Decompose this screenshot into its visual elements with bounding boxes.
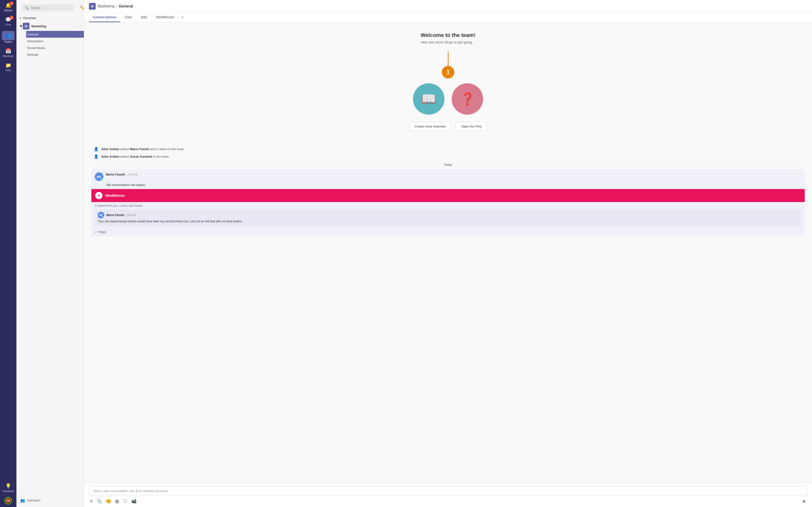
video-icon[interactable]: 📹 — [131, 499, 137, 504]
add-tab-icon[interactable]: + — [179, 13, 186, 22]
feedback-icon: 💡 — [5, 483, 11, 489]
nested-avatar-initials: MF — [99, 214, 103, 217]
mindmeister-name: MindMeister — [105, 193, 125, 198]
attach-icon[interactable]: 📎 — [97, 499, 102, 504]
left-navigation: 1 🔔 Activity 1 💬 Chat 👥 Teams 📅 Meetings… — [0, 0, 16, 507]
faq-emoji: ❓ — [460, 92, 475, 106]
nav-item-feedback[interactable]: 💡 Feedback — [0, 481, 16, 495]
nested-time: 2:05 PM — [126, 214, 136, 217]
gif-icon[interactable]: ▦ — [115, 499, 119, 504]
reply-button[interactable]: ↩ Reply — [91, 228, 805, 237]
nav-item-files[interactable]: 📁 Files — [0, 60, 16, 74]
channel-header-avatar: M — [89, 3, 96, 10]
welcome-card-faq: ❓ — [452, 83, 483, 115]
timeline-step-number: 1 — [442, 66, 454, 78]
message-online-dot — [101, 178, 103, 181]
message-body-1: Tab conversation has begun. — [91, 183, 805, 189]
nested-avatar: MF — [98, 212, 104, 219]
team-header[interactable]: ▼ M Marketing ··· — [16, 21, 84, 31]
nav-item-meetings[interactable]: 📅 Meetings — [0, 46, 16, 60]
add-team-icon: 👥 — [20, 498, 25, 503]
reply-label: Reply — [99, 230, 106, 234]
conversation-area[interactable]: Welcome to the team! Here are some thing… — [84, 22, 812, 483]
today-label: Today — [444, 163, 452, 167]
channel-menu-social[interactable]: ··· — [78, 46, 81, 50]
channel-name-website: Website — [27, 53, 39, 56]
meetings-label: Meetings — [3, 55, 14, 57]
activity-label: Activity — [4, 9, 12, 12]
create-channels-button[interactable]: Create more channels — [409, 122, 451, 131]
nested-message: MF Mario Fanelli 2:05 PM True, the exper… — [95, 209, 801, 226]
files-icon: 📁 — [5, 62, 11, 68]
sidebar-bottom: 👥 Add team — [16, 494, 84, 507]
channel-list: General ··· Newsletters ··· Social Media… — [16, 31, 84, 58]
message-input-box[interactable]: Start a new conversation, use @ to menti… — [89, 486, 807, 496]
channel-menu-website[interactable]: ··· — [78, 53, 81, 56]
open-faq-button[interactable]: Open the FAQ — [456, 122, 487, 131]
emoji-icon[interactable]: 😊 — [106, 499, 111, 504]
search-row: 🔍 ✏️ — [16, 0, 84, 15]
add-member-icon-1: 👤 — [94, 147, 99, 151]
channel-menu-general[interactable]: ··· — [78, 32, 81, 36]
channel-item-newsletters[interactable]: Newsletters ··· — [26, 38, 84, 44]
channel-header-name: General — [119, 4, 133, 8]
tab-files[interactable]: Files — [121, 13, 136, 22]
nested-author: Mario Fanelli — [106, 213, 124, 217]
replies-row[interactable]: 3 replies from you, Conor, and Susan — [91, 202, 805, 209]
welcome-subtitle: Here are some things to get going… — [89, 40, 807, 44]
activity-badge: 1 — [10, 1, 13, 5]
channel-item-website[interactable]: Website ··· — [26, 51, 84, 58]
today-divider: Today — [89, 160, 807, 169]
team-section: ▼ M Marketing ··· General ··· Newsletter… — [16, 21, 84, 58]
nav-item-chat[interactable]: 1 💬 Chat — [0, 14, 16, 29]
add-team-label: Add team — [27, 499, 41, 502]
sticker-icon[interactable]: 🗨 — [123, 499, 128, 504]
channel-menu-newsletters[interactable]: ··· — [78, 39, 81, 43]
activity-user-1: John Ackles — [101, 147, 119, 151]
main-content: M Marketing › General ··· Conversations … — [84, 0, 812, 507]
team-name: Marketing — [32, 24, 78, 28]
message-time-1: 1:21 PM — [128, 173, 137, 176]
teams-label: Teams — [4, 40, 12, 43]
team-menu-icon[interactable]: ··· — [78, 24, 81, 28]
nested-message-header: MF Mario Fanelli 2:05 PM — [98, 212, 799, 219]
search-icon: 🔍 — [24, 6, 29, 10]
teams-icon: 👥 — [5, 32, 11, 38]
user-avatar[interactable]: JA — [4, 497, 12, 505]
message-author-1: Mario Fanelli — [106, 173, 125, 176]
channel-item-general[interactable]: General ··· — [26, 31, 84, 38]
books-emoji: 📖 — [421, 92, 436, 106]
nav-item-activity[interactable]: 1 🔔 Activity — [0, 0, 16, 14]
avatar-initials: JA — [6, 499, 10, 502]
send-button[interactable]: ➤ — [802, 498, 806, 504]
channel-item-social-media[interactable]: Social Media ··· — [26, 44, 84, 51]
timeline-line — [448, 51, 449, 66]
tab-mindmeister[interactable]: MindMeister — [152, 13, 178, 22]
nav-item-teams[interactable]: 👥 Teams — [0, 29, 16, 46]
tab-conversations[interactable]: Conversations — [89, 13, 120, 22]
format-icon[interactable]: A — [90, 499, 93, 504]
channel-dots-menu[interactable]: ··· — [135, 4, 138, 8]
search-bar[interactable]: 🔍 — [22, 4, 74, 11]
reply-icon: ↩ — [95, 230, 97, 234]
favorites-chevron: ▼ — [19, 17, 22, 19]
input-toolbar: A 📎 😊 ▦ 🗨 📹 ➤ — [89, 498, 807, 504]
favorites-header: ▼ Favorites — [16, 15, 84, 21]
welcome-cards: 📖 ❓ — [89, 83, 807, 115]
team-chevron: ▼ — [19, 24, 23, 28]
mindmeister-card[interactable]: ✦ MindMeister — [91, 189, 805, 202]
activity-row-2: 👤 John Ackles added Susan Kachele to the… — [89, 153, 807, 160]
add-member-icon-2: 👤 — [94, 154, 99, 159]
chat-label: Chat — [5, 23, 11, 26]
tab-wiki[interactable]: Wiki — [137, 13, 151, 22]
add-team-row[interactable]: 👥 Add team — [16, 496, 84, 505]
welcome-title: Welcome to the team! — [89, 32, 807, 38]
search-input[interactable] — [31, 6, 71, 10]
activity-user-2: John Ackles — [101, 155, 119, 158]
activity-added-1: Mario Fanelli — [130, 147, 149, 151]
teams-icon-bg: 👥 — [2, 31, 15, 40]
nested-online-dot — [102, 216, 104, 219]
channel-header-chevron-icon: › — [116, 4, 117, 8]
activity-added-2: Susan Kachele — [130, 155, 152, 158]
message-container-1: MF Mario Fanelli 1:21 PM Tab conversatio… — [91, 169, 805, 237]
